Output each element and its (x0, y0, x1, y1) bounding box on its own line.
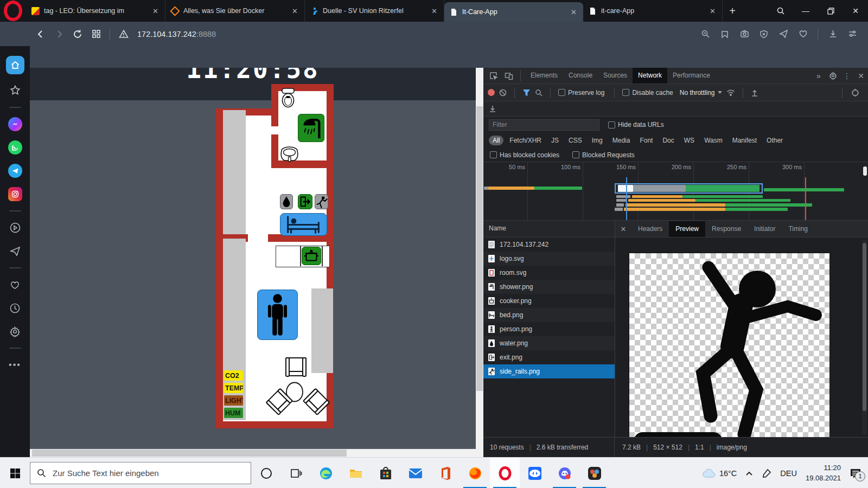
sidebar-more-icon[interactable]: ••• (9, 360, 21, 370)
devtools-close-icon[interactable]: ✕ (854, 69, 868, 83)
sidebar-heart-icon[interactable] (8, 278, 22, 292)
devtools-menu-kebab-icon[interactable]: ⋮ (840, 69, 854, 83)
record-icon[interactable] (488, 89, 495, 96)
import-har-icon[interactable] (751, 89, 758, 97)
tab-duelle[interactable]: Duelle - SV Union Ritzerfel ✕ (305, 0, 444, 22)
downloads-icon[interactable] (825, 26, 841, 42)
network-conditions-icon[interactable] (726, 89, 735, 97)
tray-clock[interactable]: 11:20 19.08.2021 (806, 463, 841, 484)
firefox-icon[interactable] (460, 458, 490, 488)
inspect-element-icon[interactable] (487, 69, 501, 83)
tab-close-icon[interactable]: ✕ (709, 7, 717, 15)
network-settings-gear-icon[interactable] (851, 88, 859, 97)
request-row-water-png[interactable]: water.png (483, 336, 615, 350)
type-filter-ws[interactable]: WS (680, 136, 698, 145)
request-row-room-svg[interactable]: room.svg (483, 266, 615, 280)
scrollbar-thumb[interactable] (863, 243, 866, 411)
settings-gear-icon[interactable] (8, 324, 22, 338)
request-row-cooker-png[interactable]: cooker.png (483, 294, 615, 308)
tab-close-icon[interactable]: ✕ (151, 7, 159, 15)
network-overview-timeline[interactable]: 50 ms100 ms150 ms200 ms250 ms300 ms (483, 162, 868, 221)
tab-close-icon[interactable]: ✕ (430, 7, 438, 15)
page-horizontal-scrollbar[interactable] (30, 449, 483, 457)
reload-icon[interactable] (69, 26, 86, 42)
request-row-bed-png[interactable]: bed.png (483, 308, 615, 322)
my-flow-icon[interactable] (775, 26, 792, 42)
filter-funnel-icon[interactable] (522, 89, 531, 97)
telegram-icon[interactable] (8, 164, 22, 178)
tab-close-icon[interactable]: ✕ (570, 8, 578, 16)
history-clock-icon[interactable] (8, 301, 22, 315)
speed-dial-icon[interactable] (88, 26, 104, 42)
forward-icon[interactable] (51, 26, 67, 42)
messenger-icon[interactable] (8, 117, 22, 131)
weather-widget[interactable]: 16°C (703, 468, 737, 478)
request-table-header[interactable]: Name (483, 221, 615, 237)
request-row-person-png[interactable]: person.png (483, 322, 615, 336)
devtools-tab-performance[interactable]: Performance (667, 68, 716, 84)
opera-logo-icon[interactable] (0, 0, 26, 22)
type-filter-css[interactable]: CSS (565, 136, 586, 145)
request-row-side-rails-png[interactable]: side_rails.png (483, 364, 615, 378)
page-vertical-scrollbar[interactable] (476, 68, 483, 449)
back-icon[interactable] (33, 26, 49, 42)
window-close-button[interactable]: ✕ (843, 0, 868, 22)
edge-icon[interactable] (311, 458, 341, 488)
detail-tab-preview[interactable]: Preview (669, 221, 705, 237)
microsoft-store-icon[interactable] (371, 458, 400, 488)
start-button[interactable] (0, 458, 30, 488)
type-filter-other[interactable]: Other (763, 136, 787, 145)
export-har-icon[interactable] (489, 105, 496, 113)
zoom-page-icon[interactable] (697, 26, 713, 42)
type-filter-manifest[interactable]: Manifest (729, 136, 761, 145)
timeline-scroll-handle[interactable] (863, 166, 867, 176)
hide-data-urls-checkbox[interactable]: Hide data URLs (608, 121, 666, 129)
tab-close-icon[interactable]: ✕ (291, 7, 299, 15)
mail-icon[interactable] (400, 458, 430, 488)
detail-tab-timing[interactable]: Timing (782, 221, 814, 237)
new-tab-button[interactable]: + (723, 0, 742, 22)
start-page-icon[interactable] (6, 56, 24, 74)
request-row-shower-png[interactable]: shower.png (483, 280, 615, 294)
taskbar-search-box[interactable]: Zur Suche Text hier eingeben (30, 462, 251, 484)
file-explorer-icon[interactable] (341, 458, 371, 488)
discord-icon[interactable] (550, 458, 579, 488)
bookmark-pin-icon[interactable] (717, 26, 733, 42)
opera-icon[interactable] (490, 458, 520, 488)
type-filter-all[interactable]: All (489, 136, 503, 145)
scrollbar-thumb[interactable] (32, 450, 347, 457)
snapshot-camera-icon[interactable] (736, 26, 752, 42)
request-row-172-104-137-242[interactable]: 172.104.137.242 (483, 237, 615, 252)
teamviewer-icon[interactable] (520, 458, 550, 488)
clear-icon[interactable] (499, 89, 507, 97)
url-text[interactable]: 172.104.137.242:8888 (137, 30, 216, 38)
bookmarks-star-icon[interactable] (8, 84, 22, 98)
instagram-icon[interactable] (8, 187, 22, 201)
devtools-tab-sources[interactable]: Sources (598, 68, 633, 84)
type-filter-fetch-xhr[interactable]: Fetch/XHR (506, 136, 545, 145)
devtools-tab-network[interactable]: Network (633, 68, 667, 84)
window-minimize-button[interactable]: — (793, 0, 818, 22)
favorite-heart-icon[interactable] (795, 26, 811, 42)
type-filter-wasm[interactable]: Wasm (700, 136, 726, 145)
tab-it-care-app-2[interactable]: it-care-App ✕ (583, 0, 723, 22)
detail-tab-response[interactable]: Response (705, 221, 748, 237)
site-warning-icon[interactable] (116, 26, 132, 42)
devtools-tab-console[interactable]: Console (563, 68, 598, 84)
throttling-dropdown[interactable]: No throttling (680, 89, 723, 97)
tab-search-icon[interactable] (768, 0, 793, 22)
davinci-resolve-icon[interactable] (579, 458, 609, 488)
search-network-icon[interactable] (535, 89, 542, 97)
disable-cache-checkbox[interactable]: Disable cache (622, 89, 675, 97)
request-row-exit-png[interactable]: exit.png (483, 350, 615, 364)
detail-close-icon[interactable]: ✕ (615, 225, 631, 233)
adblock-shield-icon[interactable] (756, 26, 772, 42)
flow-send-icon[interactable] (8, 244, 22, 258)
whatsapp-icon[interactable] (8, 140, 22, 155)
type-filter-media[interactable]: Media (609, 136, 634, 145)
tab-it-care-app[interactable]: It-Care-App ✕ (444, 2, 583, 22)
blocked-requests-checkbox[interactable]: Blocked Requests (572, 151, 637, 159)
office-icon[interactable] (430, 458, 460, 488)
detail-tab-initiator[interactable]: Initiator (748, 221, 782, 237)
type-filter-img[interactable]: Img (588, 136, 607, 145)
